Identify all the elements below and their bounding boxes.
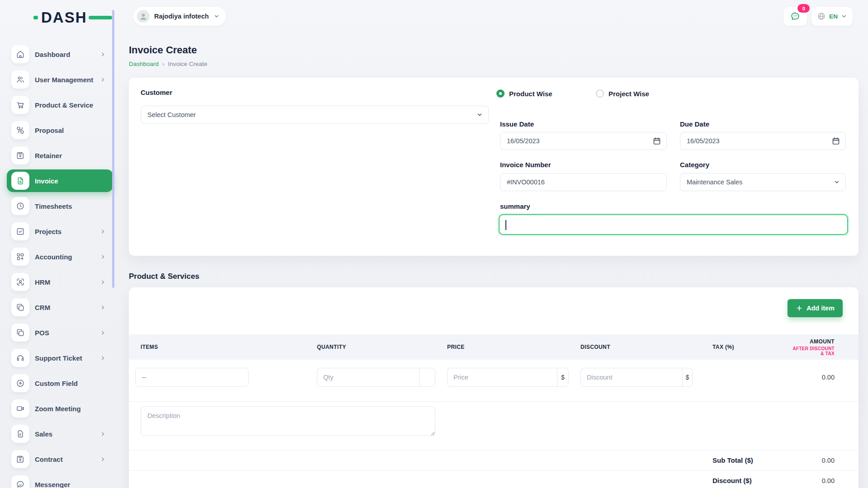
invoice-create-page: { "brand": {"name": "DASH"}, "header": {…: [0, 0, 868, 488]
invoice-details-card: Customer Select Customer Product Wise Pr…: [129, 78, 859, 256]
chevron-right-icon: [100, 52, 106, 57]
due-date-input[interactable]: [680, 132, 846, 150]
topbar: DASH Rajodiya infotech 0 EN: [0, 0, 868, 32]
person-icon: [138, 11, 148, 21]
sidebar-item-accounting[interactable]: Accounting: [11, 248, 108, 266]
radio-unselected-icon: [596, 89, 604, 98]
sidebar-item-retainer[interactable]: Retainer: [11, 146, 108, 164]
plus-icon: [796, 305, 803, 312]
discount-total-row: Discount ($) 0.00: [129, 470, 859, 488]
description-block: [129, 401, 859, 402]
price-currency-addon: $: [557, 368, 569, 387]
item-select-value: --: [142, 374, 146, 381]
category-select[interactable]: Maintenance Sales: [680, 173, 846, 191]
clock-icon: [11, 197, 29, 215]
check-square-icon: [11, 222, 29, 240]
chevron-right-icon: [100, 77, 106, 83]
logo-dot: [33, 16, 38, 19]
messages-badge: 0: [797, 4, 810, 13]
chat-icon: [11, 475, 29, 488]
sidebar-item-dashboard[interactable]: Dashboard: [11, 45, 108, 63]
sidebar-item-contract[interactable]: Contract: [11, 450, 108, 468]
sidebar-item-user-management[interactable]: User Management: [11, 70, 108, 89]
row-amount-value: 0.00: [784, 374, 859, 381]
sidebar-item-zoom-meeting[interactable]: Zoom Meeting: [11, 399, 108, 418]
price-input[interactable]: [447, 368, 557, 387]
chevron-down-icon: [841, 13, 847, 19]
issue-date-input[interactable]: [500, 132, 667, 150]
chevron-down-icon: [476, 112, 483, 118]
sidebar-item-crm[interactable]: CRM: [11, 298, 108, 316]
sidebar-item-sales[interactable]: Sales: [11, 425, 108, 443]
chevron-right-icon: [100, 279, 106, 285]
products-card: Add item ITEMS QUANTITY PRICE DISCOUNT T…: [129, 287, 859, 488]
breadcrumb-current: Invoice Create: [168, 61, 208, 67]
globe-icon: [817, 12, 826, 21]
col-header-discount: DISCOUNT: [574, 344, 706, 350]
subtotal-value: 0.00: [822, 457, 835, 464]
issue-date-field: [500, 132, 667, 150]
cards-icon: [11, 324, 29, 342]
sidebar-item-custom-field[interactable]: Custom Field: [11, 374, 108, 392]
messages-button[interactable]: 0: [783, 7, 807, 26]
sidebar: Dashboard User Management Product & Serv…: [0, 32, 115, 488]
sidebar-item-pos[interactable]: POS: [11, 324, 108, 342]
text-cursor: [505, 220, 506, 230]
brand-logo[interactable]: DASH: [33, 10, 112, 25]
project-wise-radio[interactable]: Project Wise: [596, 89, 649, 98]
radio-selected-icon: [496, 89, 505, 98]
sidebar-menu: Dashboard User Management Product & Serv…: [11, 45, 115, 488]
sidebar-item-hrm[interactable]: HRM: [11, 273, 108, 291]
company-selector[interactable]: Rajodiya infotech: [133, 7, 226, 26]
users-icon: [11, 70, 29, 89]
add-item-button[interactable]: Add item: [788, 299, 843, 317]
message-bubble-icon: [790, 11, 801, 22]
grid-plus-icon: [11, 248, 29, 266]
discount-total-label: Discount ($): [712, 477, 752, 484]
discount-total-value: 0.00: [822, 477, 835, 484]
logo-text: DASH: [41, 10, 87, 25]
invoice-number-input[interactable]: [500, 173, 667, 191]
company-name: Rajodiya infotech: [154, 13, 209, 20]
sidebar-item-invoice[interactable]: Invoice: [7, 169, 113, 192]
chevron-right-icon: [100, 254, 106, 260]
discount-cell: $: [574, 368, 706, 387]
sidebar-item-support-ticket[interactable]: Support Ticket: [11, 349, 108, 367]
page-title: Invoice Create: [129, 44, 859, 56]
logo-dash: [89, 16, 112, 19]
chevron-right-icon: [100, 305, 106, 310]
sidebar-item-proposal[interactable]: Proposal: [11, 121, 108, 139]
description-textarea[interactable]: [141, 406, 435, 436]
add-item-label: Add item: [807, 305, 835, 312]
chevron-down-icon: [834, 179, 840, 185]
quantity-input[interactable]: [317, 368, 419, 387]
sidebar-item-projects[interactable]: Projects: [11, 222, 108, 240]
discount-input[interactable]: [580, 368, 682, 387]
issue-date-label: Issue Date: [500, 120, 534, 128]
sidebar-scrollbar[interactable]: [112, 10, 114, 288]
save-icon: [11, 450, 29, 468]
amount-header-text: AMOUNT: [810, 338, 835, 345]
sidebar-item-timesheets[interactable]: Timesheets: [11, 197, 108, 215]
quantity-addon: [419, 368, 435, 387]
sidebar-item-messenger[interactable]: Messenger: [11, 475, 108, 488]
product-wise-radio[interactable]: Product Wise: [496, 89, 552, 98]
home-icon: [11, 45, 29, 63]
item-select[interactable]: --: [135, 368, 249, 387]
language-selector[interactable]: EN: [811, 7, 853, 26]
language-code: EN: [829, 13, 838, 20]
col-header-tax: TAX (%): [706, 344, 784, 350]
subtotal-row: Sub Total ($) 0.00: [129, 450, 859, 470]
summary-textarea[interactable]: [499, 214, 848, 235]
headset-icon: [11, 349, 29, 367]
quantity-cell: [311, 368, 441, 387]
file-icon: [11, 425, 29, 443]
company-avatar: [137, 10, 150, 23]
summary-label: summary: [500, 202, 530, 210]
table-header-row: ITEMS QUANTITY PRICE DISCOUNT TAX (%) AM…: [129, 334, 859, 360]
breadcrumb-dashboard-link[interactable]: Dashboard: [129, 61, 159, 67]
sidebar-item-product-service[interactable]: Product & Service: [11, 96, 108, 114]
category-select-value: Maintenance Sales: [687, 178, 742, 186]
col-header-amount: AMOUNT AFTER DISCOUNT & TAX: [784, 338, 859, 356]
customer-select[interactable]: Select Customer: [141, 106, 489, 124]
